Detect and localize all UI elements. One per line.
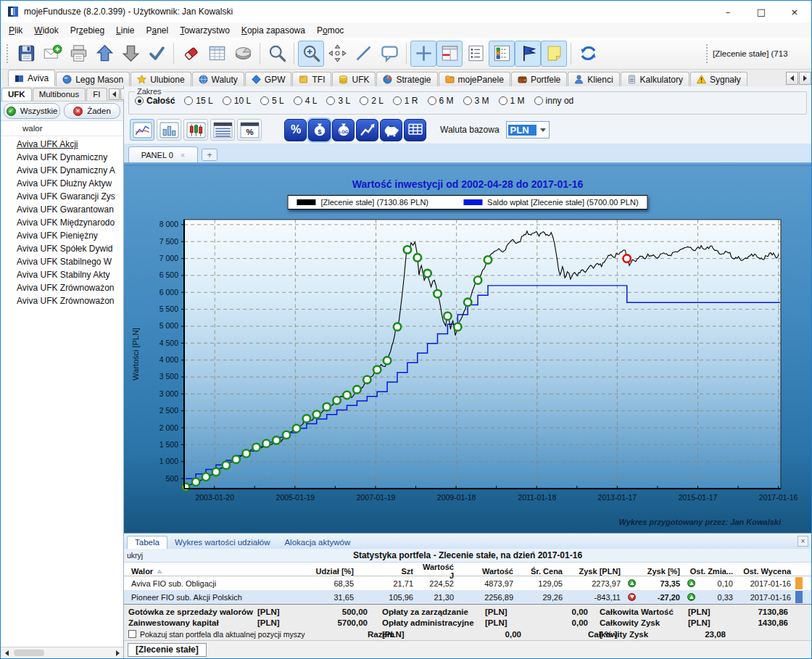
sidebar-scroll-left-icon[interactable] [109, 88, 120, 100]
menu-item-pomoc[interactable]: Pomoc [311, 24, 349, 37]
fund-item[interactable]: Aviva UFK Dynamiczny A [1, 164, 123, 177]
save-button[interactable] [13, 41, 39, 67]
fund-column-header[interactable]: walor [1, 121, 123, 136]
candle-chart-view-button[interactable] [183, 119, 208, 141]
range-option-5-l[interactable]: 5 L [260, 96, 284, 106]
category-tab-klienci[interactable]: Klienci [568, 72, 619, 86]
category-tab-ulubione[interactable]: Ulubione [130, 72, 191, 86]
percent-view-button[interactable]: % [237, 119, 262, 141]
table-row[interactable]: Pioneer FIO sub. Akcji Polskich31,65105,… [124, 590, 811, 604]
fund-item[interactable]: Aviva UFK Dynamiczny [1, 151, 123, 164]
close-button[interactable]: × [778, 1, 811, 22]
buy-marker[interactable] [404, 246, 411, 253]
column-header-szt[interactable]: Szt [358, 567, 418, 576]
buy-marker[interactable] [333, 397, 340, 404]
bottom-tab-wykres-wartości-udziałów[interactable]: Wykres wartości udziałów [167, 536, 278, 549]
category-tab-kalkulatory[interactable]: Kalkulatory [621, 72, 689, 86]
toolbar-grip[interactable] [7, 44, 9, 63]
money-mode-button[interactable]: $ [308, 119, 331, 141]
bottom-tab-alokacja-aktywów[interactable]: Alokacja aktywów [277, 536, 357, 549]
buy-marker[interactable] [283, 431, 290, 439]
buy-marker[interactable] [353, 386, 360, 393]
column-header-ost-zmia-[interactable]: Ost. Zmia... [684, 567, 737, 576]
table-row[interactable]: Aviva FIO sub. Obligacji68,3521,71224,52… [124, 576, 811, 590]
flag-button[interactable] [515, 41, 541, 67]
base-currency-select[interactable]: PLN [506, 121, 550, 138]
buy-marker[interactable] [202, 473, 210, 481]
menu-item-przebieg[interactable]: Przebieg [65, 24, 110, 37]
fund-item[interactable]: Aviva UFK Międzynarodo [1, 216, 123, 229]
category-tab-legg-mason[interactable]: Legg Mason [56, 72, 130, 86]
category-tab-ufk[interactable]: UFK [332, 72, 376, 86]
callout-button[interactable] [376, 41, 402, 67]
crosshair-button[interactable] [410, 41, 436, 67]
category-scroll-left-icon[interactable] [786, 72, 798, 85]
move-up-button[interactable] [91, 41, 117, 67]
buy-marker[interactable] [233, 456, 240, 463]
value-chart-button[interactable] [356, 119, 378, 141]
fund-item[interactable]: Aviva UFK Akcji [1, 138, 123, 151]
move-down-button[interactable] [117, 41, 144, 67]
zoom-in-button[interactable] [298, 41, 324, 67]
pie-chart-button[interactable] [230, 41, 256, 67]
range-option-1-r[interactable]: 1 R [393, 96, 418, 106]
buy-marker[interactable] [313, 410, 320, 418]
erase-button[interactable] [178, 41, 204, 67]
plot-area[interactable] [184, 220, 781, 489]
menu-item-linie[interactable]: Linie [110, 24, 140, 37]
fund-item[interactable]: Aviva UFK Gwarancji Zys [1, 190, 123, 203]
fund-item[interactable]: Aviva UFK Zrównoważon [1, 281, 123, 294]
column-header-śr-cena[interactable]: Śr. Cena [518, 567, 567, 576]
category-tab-sygnały[interactable]: Sygnały [690, 72, 747, 86]
data-table-button[interactable] [204, 41, 230, 67]
category-tab-waluty[interactable]: Waluty [192, 72, 244, 86]
buy-marker[interactable] [303, 415, 310, 422]
range-option-1-m[interactable]: 1 M [499, 96, 525, 106]
buy-marker[interactable] [423, 270, 431, 277]
category-tab-aviva[interactable]: Aviva [8, 70, 55, 86]
sidebar-hscrollbar[interactable] [1, 647, 123, 658]
select-none-button[interactable]: × Żaden [64, 103, 120, 119]
legend-view-button[interactable] [489, 41, 515, 67]
refresh-button[interactable] [575, 41, 601, 67]
scroll-right-icon[interactable] [112, 647, 123, 658]
menu-item-towarzystwo[interactable]: Towarzystwo [174, 24, 236, 37]
sidebar-tab-ufk[interactable]: UFK [1, 88, 32, 101]
range-option-2-l[interactable]: 2 L [360, 96, 384, 106]
buy-marker[interactable] [343, 391, 350, 399]
fund-item[interactable]: Aviva UFK Zrównoważon [1, 294, 123, 307]
savings-button[interactable] [380, 119, 402, 141]
fund-item[interactable]: Aviva UFK Gwarantowan [1, 203, 123, 216]
range-option-6-m[interactable]: 6 M [428, 96, 454, 106]
menu-item-panel[interactable]: Panel [140, 24, 174, 37]
buy-marker[interactable] [474, 276, 481, 283]
bar-chart-view-button[interactable] [157, 119, 181, 141]
menu-item-plik[interactable]: Plik [3, 24, 28, 37]
draw-line-button[interactable] [350, 41, 376, 67]
column-header-wartość[interactable]: Wartość [458, 567, 518, 576]
fund-item[interactable]: Aviva UFK Stabilny Akty [1, 268, 123, 281]
maximize-button[interactable]: □ [745, 1, 778, 22]
buy-marker[interactable] [394, 323, 401, 331]
line-chart-view-button[interactable] [130, 119, 154, 141]
scroll-left-icon[interactable] [1, 647, 12, 658]
mouse-position-checkbox[interactable]: Pokazuj stan portfela dla aktualnej pozy… [128, 630, 368, 639]
zoom-button[interactable] [264, 41, 290, 67]
checkbox-icon[interactable] [128, 630, 136, 638]
percent-mode-button[interactable]: % [284, 119, 307, 141]
column-header-udział-[interactable]: Udział [%] [297, 567, 358, 576]
buy-marker[interactable] [192, 478, 199, 486]
sidebar-tab-multibonus[interactable]: Multibonus [33, 88, 86, 101]
buy-marker[interactable] [444, 312, 451, 320]
list-view-button[interactable] [463, 41, 489, 67]
buy-marker[interactable] [262, 440, 270, 447]
range-option-inny-od[interactable]: inny od [534, 96, 574, 106]
log-scale-button[interactable]: LOG [332, 119, 355, 141]
buy-marker[interactable] [384, 357, 391, 364]
column-header-zysk-[interactable]: Zysk [%] [625, 567, 684, 576]
bottom-panel-close-icon[interactable]: × [798, 536, 808, 547]
pan-button[interactable] [324, 41, 350, 67]
buy-marker[interactable] [182, 484, 189, 491]
buy-marker[interactable] [293, 425, 300, 432]
fund-item[interactable]: Aviva UFK Dłużny Aktyw [1, 177, 123, 190]
